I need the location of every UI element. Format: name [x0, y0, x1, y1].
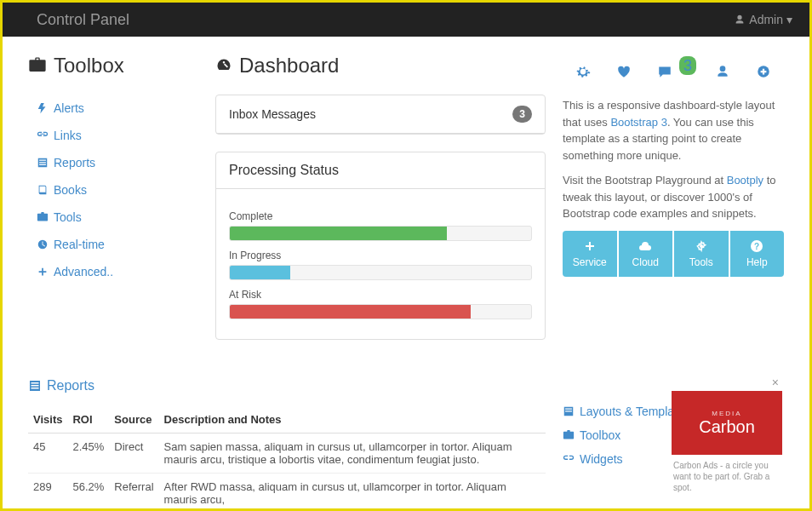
- briefcase-icon: [563, 429, 575, 441]
- link-icon: [563, 453, 575, 465]
- gear-icon[interactable]: [575, 62, 591, 80]
- progress-atrisk: [229, 304, 532, 319]
- ad-caption: Carbon Ads - a circle you want to be par…: [672, 455, 782, 498]
- th-desc: Description and Notes: [159, 406, 546, 433]
- service-button[interactable]: Service: [563, 231, 617, 277]
- sidebar-item-advanced[interactable]: Advanced..: [37, 265, 198, 278]
- plus-icon: [37, 266, 49, 278]
- link-icon: [37, 129, 49, 141]
- dashboard-title: Dashboard: [215, 54, 546, 78]
- sidebar-item-alerts[interactable]: Alerts: [37, 101, 198, 115]
- sidebar-item-books[interactable]: Books: [37, 183, 198, 197]
- svg-text:?: ?: [754, 242, 759, 251]
- sidebar: Toolbox Alerts Links Reports Books Tools…: [28, 54, 198, 357]
- briefcase-icon: [37, 211, 49, 223]
- th-source: Source: [109, 406, 158, 433]
- user-menu[interactable]: Admin ▾: [734, 13, 792, 26]
- main-content: Dashboard Inbox Messages 3 Processing St…: [215, 54, 546, 357]
- list-icon: [28, 379, 42, 393]
- plus-circle-icon[interactable]: [756, 62, 771, 80]
- question-icon: ?: [750, 239, 763, 253]
- bootstrap3-link[interactable]: Bootstrap 3: [610, 116, 667, 129]
- status-atrisk-label: At Risk: [229, 289, 532, 301]
- processing-title: Processing Status: [229, 163, 339, 178]
- flash-icon: [37, 102, 49, 114]
- navbar-brand[interactable]: Control Panel: [37, 11, 129, 29]
- clock-icon: [37, 238, 49, 250]
- help-button[interactable]: ?Help: [730, 231, 785, 277]
- progress-complete: [229, 226, 532, 241]
- description-2: Visit the Bootstrap Playground at Bootpl…: [563, 172, 784, 222]
- sidebar-item-tools[interactable]: Tools: [37, 210, 198, 224]
- right-sidebar: 3 This is a responsive dashboard-style l…: [563, 54, 784, 357]
- comment-icon[interactable]: 3: [657, 62, 689, 80]
- reports-header: Reports: [28, 378, 546, 393]
- ad-image[interactable]: MEDIA Carbon: [672, 391, 782, 455]
- inbox-count-badge: 3: [512, 106, 532, 123]
- sidebar-item-links[interactable]: Links: [37, 129, 198, 142]
- gear-icon: [695, 239, 708, 253]
- sidebar-title: Toolbox: [28, 54, 198, 78]
- description-1: This is a responsive dashboard-style lay…: [563, 97, 784, 164]
- briefcase-icon: [28, 56, 47, 75]
- user-label: Admin: [749, 13, 783, 26]
- ad-close-button[interactable]: ×: [672, 374, 782, 391]
- inbox-label: Inbox Messages: [229, 107, 316, 121]
- chevron-down-icon: ▾: [786, 13, 792, 26]
- bootply-link[interactable]: Bootply: [727, 174, 763, 187]
- sidebar-item-realtime[interactable]: Real-time: [37, 238, 198, 251]
- heart-icon[interactable]: [616, 62, 632, 80]
- cloud-button[interactable]: Cloud: [619, 231, 673, 277]
- user-icon[interactable]: [715, 62, 730, 80]
- status-complete-label: Complete: [229, 210, 532, 222]
- reports-table: Visits ROI Source Description and Notes …: [28, 406, 546, 511]
- table-row: 45 2.45% Direct Sam sapien massa, aliqua…: [28, 433, 546, 474]
- processing-panel: Processing Status Complete In Progress A…: [215, 152, 546, 340]
- tools-button[interactable]: Tools: [674, 231, 729, 277]
- ad-widget: × MEDIA Carbon Carbon Ads - a circle you…: [672, 374, 782, 498]
- progress-inprogress: [229, 265, 532, 280]
- cloud-icon: [638, 239, 652, 253]
- user-icon: [734, 14, 746, 26]
- plus-icon: [583, 239, 597, 253]
- comment-badge: 3: [679, 56, 696, 75]
- action-buttons: Service Cloud Tools ?Help: [563, 231, 784, 277]
- table-row: 289 56.2% Referral After RWD massa, aliq…: [28, 474, 546, 512]
- book-icon: [37, 184, 49, 196]
- th-visits: Visits: [28, 406, 67, 433]
- sidebar-item-reports[interactable]: Reports: [37, 156, 198, 169]
- inbox-panel[interactable]: Inbox Messages 3: [215, 95, 546, 135]
- status-inprogress-label: In Progress: [229, 250, 532, 261]
- list-icon: [563, 405, 575, 417]
- dashboard-icon: [215, 57, 232, 74]
- navbar: Control Panel Admin ▾: [3, 3, 809, 37]
- th-roi: ROI: [67, 406, 109, 433]
- list-icon: [37, 157, 49, 169]
